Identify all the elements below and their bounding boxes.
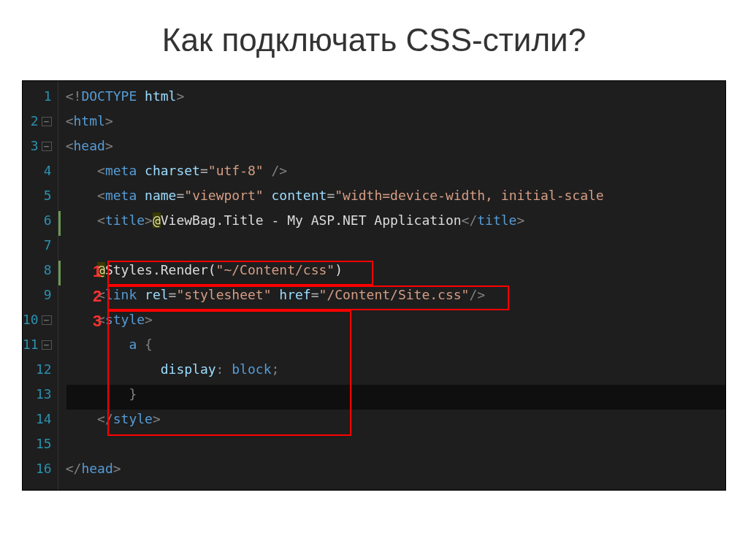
line-number: 15 (23, 431, 52, 456)
code-area[interactable]: <!DOCTYPE html><html><head> <meta charse… (58, 81, 725, 490)
line-number: 7 (23, 233, 52, 258)
line-number: 14 (23, 407, 52, 431)
code-line[interactable]: <title>@ViewBag.Title - My ASP.NET Appli… (66, 208, 725, 233)
line-number: 3− (23, 134, 52, 158)
fold-toggle-icon[interactable]: − (42, 340, 52, 350)
code-line[interactable]: <meta charset="utf-8" /> (66, 158, 725, 183)
line-number: 12 (23, 357, 52, 382)
fold-toggle-icon[interactable]: − (42, 117, 52, 126)
line-number: 1 (23, 84, 52, 109)
fold-toggle-icon[interactable]: − (42, 315, 52, 325)
code-line[interactable]: display: block; (66, 357, 725, 382)
code-line[interactable]: @Styles.Render("~/Content/css") (66, 258, 725, 283)
highlight-label-2: 2 (93, 287, 102, 306)
code-editor[interactable]: 12−3−45678910−11−1213141516 <!DOCTYPE ht… (22, 80, 726, 491)
line-number: 4 (23, 158, 52, 183)
code-line[interactable]: <!DOCTYPE html> (66, 84, 725, 109)
line-number: 9 (23, 283, 52, 307)
code-line[interactable]: } (66, 382, 725, 407)
line-number: 5 (23, 183, 52, 208)
code-line[interactable]: <html> (66, 109, 725, 134)
code-line[interactable] (66, 233, 725, 258)
code-line[interactable]: <style> (66, 307, 725, 332)
slide-title: Как подключать CSS-стили? (0, 0, 748, 73)
code-line[interactable]: </head> (66, 456, 725, 481)
line-number-gutter: 12−3−45678910−11−1213141516 (23, 81, 58, 490)
highlight-label-1: 1 (93, 262, 102, 281)
line-number: 6 (23, 208, 52, 233)
code-line[interactable]: <meta name="viewport" content="width=dev… (66, 183, 725, 208)
line-number: 16 (23, 456, 52, 481)
code-line[interactable] (66, 431, 725, 456)
fold-toggle-icon[interactable]: − (42, 142, 52, 151)
highlight-label-3: 3 (93, 312, 102, 331)
code-line[interactable]: a { (66, 332, 725, 357)
slide: Как подключать CSS-стили? 12−3−45678910−… (0, 0, 748, 560)
line-number: 8 (23, 258, 52, 283)
line-number: 11− (23, 332, 52, 357)
editor-body: 12−3−45678910−11−1213141516 <!DOCTYPE ht… (23, 81, 725, 490)
code-line[interactable]: <link rel="stylesheet" href="/Content/Si… (66, 283, 725, 307)
code-line[interactable]: </style> (66, 407, 725, 431)
line-number: 13 (23, 382, 52, 407)
code-line[interactable]: <head> (66, 134, 725, 158)
line-number: 10− (23, 307, 52, 332)
line-number: 2− (23, 109, 52, 134)
